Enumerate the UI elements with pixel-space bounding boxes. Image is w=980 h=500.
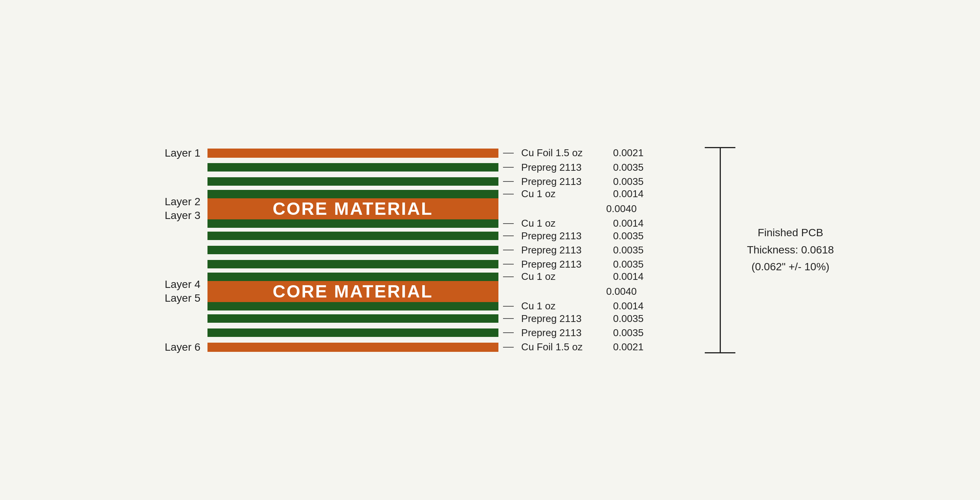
ann-core1-top: Cu 1 oz 0.0014 (503, 190, 644, 198)
tick-prepreg7 (503, 332, 514, 333)
ann-prepreg3: Prepreg 2113 0.0035 (503, 230, 644, 242)
row-core1: Layer 2 Layer 3 CORE MATERIAL Cu 1 oz 0.… (146, 190, 644, 228)
bar-prepreg6 (207, 314, 498, 323)
core2-middle: CORE MATERIAL (207, 281, 498, 302)
thick-prepreg5: 0.0035 (613, 258, 644, 270)
ann-prepreg4: Prepreg 2113 0.0035 (503, 244, 644, 256)
core2-cu-bottom (207, 302, 498, 310)
ann-layer6: Cu Foil 1.5 oz 0.0021 (503, 341, 644, 353)
core1-label: CORE MATERIAL (273, 198, 433, 219)
thick-prepreg7: 0.0035 (613, 327, 644, 339)
row-prepreg5: Prepreg 2113 0.0035 (146, 258, 644, 270)
ann-core2-mid: 0.0040 (503, 287, 644, 296)
thick-layer6: 0.0021 (613, 341, 644, 353)
thick-core2-top: 0.0014 (613, 271, 644, 283)
core1-middle: CORE MATERIAL (207, 198, 498, 219)
ann-prepreg5: Prepreg 2113 0.0035 (503, 258, 644, 270)
tick-prepreg1 (503, 167, 514, 168)
core1-bars: CORE MATERIAL (207, 190, 498, 228)
ann-layer1: Cu Foil 1.5 oz 0.0021 (503, 147, 644, 159)
thick-core1-bot: 0.0014 (613, 217, 644, 229)
dimension-section: Finished PCB Thickness: 0.0618 (0.062" +… (705, 147, 834, 353)
row-prepreg7: Prepreg 2113 0.0035 (146, 327, 644, 339)
tick-prepreg2 (503, 181, 514, 182)
ann-core2-bot: Cu 1 oz 0.0014 (503, 302, 644, 310)
ann-core2: Cu 1 oz 0.0014 0.0040 Cu 1 oz 0.0014 (503, 273, 644, 310)
ann-prepreg7: Prepreg 2113 0.0035 (503, 327, 644, 339)
mat-layer1: Cu Foil 1.5 oz (521, 147, 606, 159)
mat-prepreg7: Prepreg 2113 (521, 327, 606, 339)
thick-layer1: 0.0021 (613, 147, 644, 159)
ann-prepreg2: Prepreg 2113 0.0035 (503, 176, 644, 188)
core2-cu-top (207, 273, 498, 281)
bar-prepreg3 (207, 232, 498, 240)
row-prepreg6: Prepreg 2113 0.0035 (146, 313, 644, 325)
thick-prepreg3: 0.0035 (613, 230, 644, 242)
row-prepreg2: Prepreg 2113 0.0035 (146, 176, 644, 188)
mat-core2-bot: Cu 1 oz (521, 300, 606, 312)
bar-prepreg5 (207, 260, 498, 268)
ann-core2-top: Cu 1 oz 0.0014 (503, 273, 644, 281)
ann-core1: Cu 1 oz 0.0014 0.0040 Cu 1 oz 0.0014 (503, 190, 644, 228)
row-prepreg3: Prepreg 2113 0.0035 (146, 230, 644, 242)
ann-prepreg1: Prepreg 2113 0.0035 (503, 162, 644, 173)
tick-prepreg3 (503, 235, 514, 236)
tick-prepreg4 (503, 250, 514, 250)
row-layer1: Layer 1 Cu Foil 1.5 oz 0.0021 (146, 147, 644, 159)
core1-cu-top (207, 190, 498, 198)
left-labels-core1: Layer 2 Layer 3 (146, 190, 207, 228)
tick-prepreg6 (503, 318, 514, 319)
bar-copper-bottom (207, 343, 498, 352)
ann-core1-mid: 0.0040 (503, 204, 644, 213)
left-labels-core2: Layer 4 Layer 5 (146, 273, 207, 310)
bar-copper-top (207, 149, 498, 158)
mat-prepreg3: Prepreg 2113 (521, 230, 606, 242)
bar-prepreg4 (207, 246, 498, 254)
tick-layer1 (503, 153, 514, 154)
mat-core1-top: Cu 1 oz (521, 188, 606, 200)
row-prepreg1: Prepreg 2113 0.0035 (146, 162, 644, 173)
bar-prepreg2 (207, 177, 498, 186)
mat-prepreg6: Prepreg 2113 (521, 313, 606, 325)
thick-core2-mid: 0.0040 (606, 286, 637, 297)
mat-prepreg1: Prepreg 2113 (521, 162, 606, 173)
tick-core2-top (503, 276, 514, 277)
tick-layer6 (503, 347, 514, 348)
dim-vertical (720, 148, 721, 352)
thick-core1-top: 0.0014 (613, 188, 644, 200)
bar-prepreg7 (207, 328, 498, 337)
tick-prepreg5 (503, 264, 514, 265)
bar-prepreg1 (207, 163, 498, 172)
dimension-label: Finished PCB Thickness: 0.0618 (0.062" +… (747, 224, 834, 276)
tick-core1-top (503, 194, 514, 194)
thick-prepreg1: 0.0035 (613, 162, 644, 173)
stack-section: Layer 1 Cu Foil 1.5 oz 0.0021 Prepreg 21… (146, 147, 644, 353)
tick-core1-bot (503, 223, 514, 224)
thick-prepreg4: 0.0035 (613, 244, 644, 256)
mat-prepreg4: Prepreg 2113 (521, 244, 606, 256)
mat-prepreg5: Prepreg 2113 (521, 258, 606, 270)
row-layer6: Layer 6 Cu Foil 1.5 oz 0.0021 (146, 341, 644, 353)
ann-prepreg6: Prepreg 2113 0.0035 (503, 313, 644, 325)
dimension-line-group (705, 147, 735, 353)
row-prepreg4: Prepreg 2113 0.0035 (146, 244, 644, 256)
mat-prepreg2: Prepreg 2113 (521, 176, 606, 188)
core1-cu-bottom (207, 219, 498, 228)
thick-prepreg6: 0.0035 (613, 313, 644, 325)
mat-core1-bot: Cu 1 oz (521, 217, 606, 229)
stack-rows: Layer 1 Cu Foil 1.5 oz 0.0021 Prepreg 21… (146, 147, 644, 353)
left-label-layer1: Layer 1 (146, 147, 207, 159)
dim-cap-bottom (705, 352, 735, 353)
thick-prepreg2: 0.0035 (613, 176, 644, 188)
ann-core1-bot: Cu 1 oz 0.0014 (503, 219, 644, 228)
core2-label: CORE MATERIAL (273, 281, 433, 302)
core2-bars: CORE MATERIAL (207, 273, 498, 310)
thick-core1-mid: 0.0040 (606, 203, 637, 215)
thick-core2-bot: 0.0014 (613, 300, 644, 312)
diagram-wrapper: Layer 1 Cu Foil 1.5 oz 0.0021 Prepreg 21… (116, 124, 865, 376)
row-core2: Layer 4 Layer 5 CORE MATERIAL Cu 1 oz 0.… (146, 273, 644, 310)
mat-layer6: Cu Foil 1.5 oz (521, 341, 606, 353)
mat-core2-top: Cu 1 oz (521, 271, 606, 283)
left-label-layer6: Layer 6 (146, 341, 207, 353)
tick-core2-bot (503, 306, 514, 307)
